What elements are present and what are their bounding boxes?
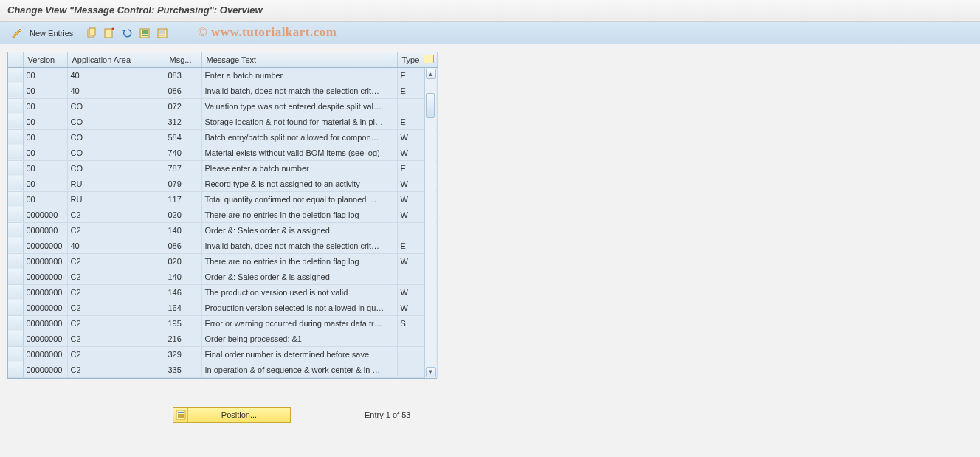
row-selector[interactable]	[8, 315, 23, 331]
cell-version[interactable]: 00	[23, 98, 67, 114]
cell-type[interactable]: W	[397, 300, 421, 315]
cell-app-area[interactable]: C2	[67, 222, 165, 238]
cell-version[interactable]: 00	[23, 83, 67, 98]
row-selector[interactable]	[8, 67, 23, 83]
cell-msg[interactable]: 216	[165, 331, 201, 346]
cell-version[interactable]: 0000000	[23, 207, 67, 222]
cell-msg[interactable]: 020	[165, 253, 201, 269]
table-configure-button[interactable]	[421, 52, 437, 67]
cell-type[interactable]: E	[397, 67, 421, 83]
cell-msg[interactable]: 195	[165, 315, 201, 331]
cell-msg-text[interactable]: In operation & of sequence & work center…	[201, 362, 397, 377]
toggle-display-change-icon[interactable]	[10, 27, 24, 40]
col-app-area[interactable]: Application Area	[67, 52, 165, 67]
cell-type[interactable]: E	[397, 238, 421, 253]
cell-msg[interactable]: 072	[165, 98, 201, 114]
cell-app-area[interactable]: C2	[67, 315, 165, 331]
cell-msg-text[interactable]: Final order number is determined before …	[201, 346, 397, 362]
cell-type[interactable]	[397, 346, 421, 362]
cell-version[interactable]: 00000000	[23, 253, 67, 269]
cell-app-area[interactable]: CO	[67, 98, 165, 114]
cell-app-area[interactable]: C2	[67, 331, 165, 346]
cell-app-area[interactable]: 40	[67, 67, 165, 83]
cell-version[interactable]: 00	[23, 145, 67, 160]
cell-msg-text[interactable]: Valuation type was not entered despite s…	[201, 98, 397, 114]
cell-msg-text[interactable]: Record type & is not assigned to an acti…	[201, 176, 397, 191]
cell-msg-text[interactable]: Storage location & not found for materia…	[201, 114, 397, 129]
scroll-up-button[interactable]: ▲	[426, 69, 436, 79]
cell-version[interactable]: 00	[23, 160, 67, 176]
cell-app-area[interactable]: 40	[67, 83, 165, 98]
cell-msg[interactable]: 086	[165, 83, 201, 98]
cell-version[interactable]: 00	[23, 129, 67, 145]
row-selector[interactable]	[8, 284, 23, 300]
cell-msg-text[interactable]: Order being processed: &1	[201, 331, 397, 346]
cell-msg[interactable]: 083	[165, 67, 201, 83]
cell-msg-text[interactable]: The production version used is not valid	[201, 284, 397, 300]
cell-msg-text[interactable]: Production version selected is not allow…	[201, 300, 397, 315]
cell-type[interactable]	[397, 98, 421, 114]
new-entries-button[interactable]: New Entries	[28, 27, 77, 39]
cell-version[interactable]: 00000000	[23, 238, 67, 253]
row-selector[interactable]	[8, 222, 23, 238]
cell-app-area[interactable]: C2	[67, 207, 165, 222]
cell-version[interactable]: 00	[23, 176, 67, 191]
cell-msg-text[interactable]: Material exists without valid BOM items …	[201, 145, 397, 160]
row-selector[interactable]	[8, 191, 23, 207]
cell-app-area[interactable]: RU	[67, 176, 165, 191]
row-selector[interactable]	[8, 114, 23, 129]
cell-msg[interactable]: 086	[165, 238, 201, 253]
row-selector[interactable]	[8, 300, 23, 315]
undo-change-icon[interactable]	[120, 27, 134, 40]
cell-type[interactable]: S	[397, 315, 421, 331]
cell-app-area[interactable]: C2	[67, 300, 165, 315]
cell-version[interactable]: 00000000	[23, 269, 67, 284]
cell-msg[interactable]: 146	[165, 284, 201, 300]
cell-msg[interactable]: 329	[165, 346, 201, 362]
cell-app-area[interactable]: C2	[67, 253, 165, 269]
cell-msg[interactable]: 164	[165, 300, 201, 315]
cell-type[interactable]: E	[397, 114, 421, 129]
cell-version[interactable]: 00000000	[23, 300, 67, 315]
cell-msg[interactable]: 787	[165, 160, 201, 176]
cell-msg[interactable]: 584	[165, 129, 201, 145]
cell-app-area[interactable]: RU	[67, 191, 165, 207]
cell-version[interactable]: 00	[23, 67, 67, 83]
cell-app-area[interactable]: C2	[67, 284, 165, 300]
row-selector[interactable]	[8, 238, 23, 253]
cell-version[interactable]: 00000000	[23, 284, 67, 300]
cell-version[interactable]: 00	[23, 114, 67, 129]
scroll-down-button[interactable]: ▼	[426, 367, 436, 377]
col-type[interactable]: Type	[397, 52, 421, 67]
cell-type[interactable]: W	[397, 284, 421, 300]
cell-type[interactable]: W	[397, 207, 421, 222]
cell-type[interactable]: E	[397, 83, 421, 98]
row-selector[interactable]	[8, 160, 23, 176]
cell-app-area[interactable]: 40	[67, 238, 165, 253]
cell-msg-text[interactable]: Error or warning occurred during master …	[201, 315, 397, 331]
row-selector[interactable]	[8, 129, 23, 145]
cell-app-area[interactable]: C2	[67, 346, 165, 362]
cell-app-area[interactable]: CO	[67, 129, 165, 145]
cell-msg-text[interactable]: Please enter a batch number	[201, 160, 397, 176]
delete-icon[interactable]	[103, 27, 116, 40]
cell-app-area[interactable]: CO	[67, 114, 165, 129]
cell-type[interactable]	[397, 331, 421, 346]
cell-version[interactable]: 00000000	[23, 346, 67, 362]
cell-msg[interactable]: 312	[165, 114, 201, 129]
col-msg[interactable]: Msg...	[165, 52, 201, 67]
row-selector[interactable]	[8, 362, 23, 377]
cell-msg-text[interactable]: Enter a batch number	[201, 67, 397, 83]
cell-msg[interactable]: 079	[165, 176, 201, 191]
cell-version[interactable]: 00000000	[23, 315, 67, 331]
cell-version[interactable]: 0000000	[23, 222, 67, 238]
cell-msg[interactable]: 020	[165, 207, 201, 222]
row-selector-header[interactable]	[8, 52, 23, 67]
row-selector[interactable]	[8, 83, 23, 98]
cell-type[interactable]	[397, 269, 421, 284]
cell-app-area[interactable]: C2	[67, 269, 165, 284]
cell-msg-text[interactable]: Total quantity confirmed not equal to pl…	[201, 191, 397, 207]
cell-version[interactable]: 00000000	[23, 362, 67, 377]
cell-msg-text[interactable]: Batch entry/batch split not allowed for …	[201, 129, 397, 145]
row-selector[interactable]	[8, 145, 23, 160]
